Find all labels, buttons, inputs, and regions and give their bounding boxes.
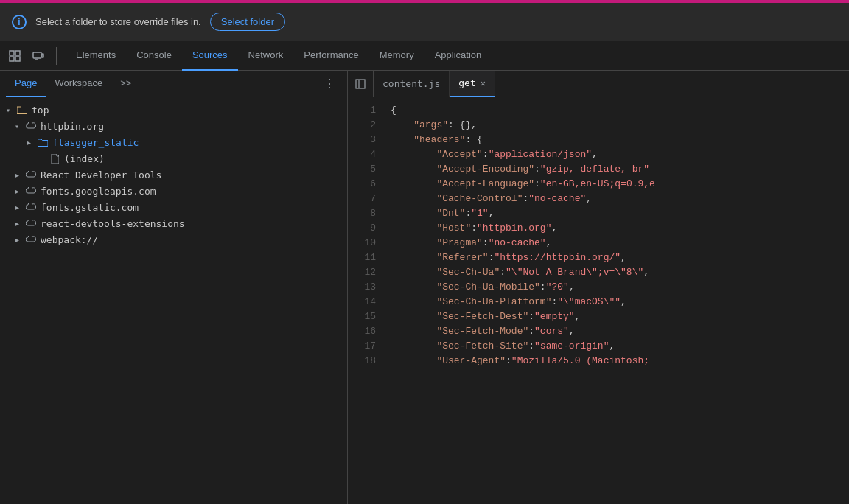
sidebar-toggle-button[interactable] (348, 71, 374, 97)
info-text: Select a folder to store override files … (35, 16, 201, 27)
file-tree: ▾ top ▾ httpbin.org (0, 97, 347, 504)
tab-sources[interactable]: Sources (182, 41, 238, 71)
editor-tab-get[interactable]: get ✕ (450, 71, 495, 97)
tree-item-index[interactable]: (index) (0, 150, 347, 167)
tree-arrow-gstatic: ▶ (15, 203, 25, 211)
tree-label-webpack: webpack:// (41, 234, 98, 245)
code-line-18: "User-Agent": "Mozilla/5.0 (Macintosh; (391, 354, 849, 368)
code-line-1: { (391, 103, 849, 118)
svg-rect-7 (356, 80, 365, 88)
tree-label-flasgger: flasgger_static (52, 137, 139, 148)
code-line-11: "Referer": "https://httpbin.org/", (391, 251, 849, 265)
editor-tab-label-get: get (458, 77, 475, 88)
svg-rect-5 (42, 54, 43, 57)
code-line-13: "Sec-Ch-Ua-Mobile": "?0", (391, 280, 849, 295)
tab-performance[interactable]: Performance (293, 41, 368, 71)
tree-item-webpack[interactable]: ▶ webpack:// (0, 231, 347, 248)
info-icon: i (12, 15, 27, 29)
tree-arrow-googleapis: ▶ (15, 187, 25, 195)
tree-label-devtools-ext: react-devtools-extensions (41, 218, 185, 229)
tree-item-devtools-ext[interactable]: ▶ react-devtools-extensions (0, 215, 347, 231)
tree-item-googleapis[interactable]: ▶ fonts.googleapis.com (0, 183, 347, 199)
tree-label-top: top (32, 105, 49, 116)
right-panel: content.js get ✕ 1 2 3 4 5 6 7 8 9 10 11… (348, 71, 849, 504)
tree-item-top[interactable]: ▾ top (0, 102, 347, 118)
tree-arrow-top: ▾ (6, 106, 16, 114)
editor-tabbar: content.js get ✕ (348, 71, 849, 97)
code-line-4: "Accept": "application/json", (391, 147, 849, 162)
code-line-2: "args": {}, (391, 118, 849, 133)
select-folder-button[interactable]: Select folder (210, 13, 285, 31)
tree-label-gstatic: fonts.gstatic.com (41, 202, 139, 213)
cloud-icon-gstatic (25, 201, 37, 213)
tree-item-gstatic[interactable]: ▶ fonts.gstatic.com (0, 199, 347, 215)
cloud-icon-googleapis (25, 185, 37, 197)
tab-console[interactable]: Console (126, 41, 182, 71)
editor-tab-content-js[interactable]: content.js (374, 71, 450, 97)
responsive-icon[interactable] (29, 47, 47, 65)
folder-icon-flasgger (37, 136, 49, 148)
code-line-8: "Dnt": "1", (391, 206, 849, 221)
inspect-icon[interactable] (6, 47, 24, 65)
tree-label-httpbin: httpbin.org (41, 121, 104, 132)
code-line-17: "Sec-Fetch-Site": "same-origin", (391, 339, 849, 354)
cloud-icon-devtools-ext (25, 217, 37, 229)
tree-arrow-webpack: ▶ (15, 236, 25, 244)
tab-memory[interactable]: Memory (369, 41, 424, 71)
code-line-5: "Accept-Encoding": "gzip, deflate, br" (391, 162, 849, 177)
svg-rect-1 (15, 51, 20, 55)
tree-arrow-httpbin: ▾ (15, 122, 25, 130)
editor-tab-label-content-js: content.js (382, 78, 440, 89)
svg-rect-4 (33, 52, 41, 58)
code-line-16: "Sec-Fetch-Mode": "cors", (391, 324, 849, 339)
tree-item-flasgger[interactable]: ▶ flasgger_static (0, 134, 347, 150)
code-line-14: "Sec-Ch-Ua-Platform": "\"macOS\"", (391, 295, 849, 309)
sub-tab-workspace[interactable]: Workspace (46, 71, 111, 97)
tree-item-httpbin[interactable]: ▾ httpbin.org (0, 118, 347, 134)
code-line-9: "Host": "httpbin.org", (391, 221, 849, 236)
file-icon-index (49, 153, 60, 164)
svg-rect-3 (15, 57, 20, 61)
code-line-7: "Cache-Control": "no-cache", (391, 192, 849, 206)
code-content: { "args": {}, "headers": { "Accept": "ap… (385, 97, 849, 504)
code-editor: 1 2 3 4 5 6 7 8 9 10 11 12 13 14 15 16 1… (348, 97, 849, 504)
tree-item-react[interactable]: ▶ React Developer Tools (0, 167, 347, 183)
tree-label-googleapis: fonts.googleapis.com (41, 186, 156, 197)
devtools-icons (6, 47, 57, 65)
code-line-10: "Pragma": "no-cache", (391, 236, 849, 251)
cloud-icon-webpack (25, 234, 37, 245)
code-line-6: "Accept-Language": "en-GB,en-US;q=0.9,e (391, 177, 849, 192)
tab-network[interactable]: Network (238, 41, 294, 71)
tree-arrow-react: ▶ (15, 171, 25, 179)
svg-rect-2 (10, 57, 14, 61)
sub-tab-page[interactable]: Page (6, 71, 46, 97)
tree-label-index: (index) (64, 153, 105, 164)
left-panel: Page Workspace >> ⋮ ▾ top ▾ (0, 71, 348, 504)
sub-tabbar: Page Workspace >> ⋮ (0, 71, 347, 97)
devtools-tabbar: Elements Console Sources Network Perform… (0, 41, 849, 71)
tree-arrow-devtools-ext: ▶ (15, 220, 25, 228)
top-info-bar: i Select a folder to store override file… (0, 3, 849, 41)
tree-label-react: React Developer Tools (41, 169, 161, 181)
sub-tab-more[interactable]: >> (111, 71, 140, 97)
line-numbers: 1 2 3 4 5 6 7 8 9 10 11 12 13 14 15 16 1… (348, 97, 385, 504)
sub-tab-menu[interactable]: ⋮ (318, 77, 341, 91)
cloud-icon-react (25, 169, 37, 181)
svg-rect-0 (10, 51, 14, 55)
tree-arrow-flasgger: ▶ (27, 139, 37, 147)
code-line-12: "Sec-Ch-Ua": "\"Not_A Brand\";v=\"8\", (391, 265, 849, 280)
tab-application[interactable]: Application (424, 41, 492, 71)
cloud-icon-httpbin (25, 120, 37, 132)
folder-icon-top (16, 104, 28, 116)
editor-tab-close-get[interactable]: ✕ (481, 78, 486, 88)
tab-elements[interactable]: Elements (66, 41, 126, 71)
code-line-3: "headers": { (391, 133, 849, 147)
main-area: Page Workspace >> ⋮ ▾ top ▾ (0, 71, 849, 504)
code-line-15: "Sec-Fetch-Dest": "empty", (391, 309, 849, 324)
